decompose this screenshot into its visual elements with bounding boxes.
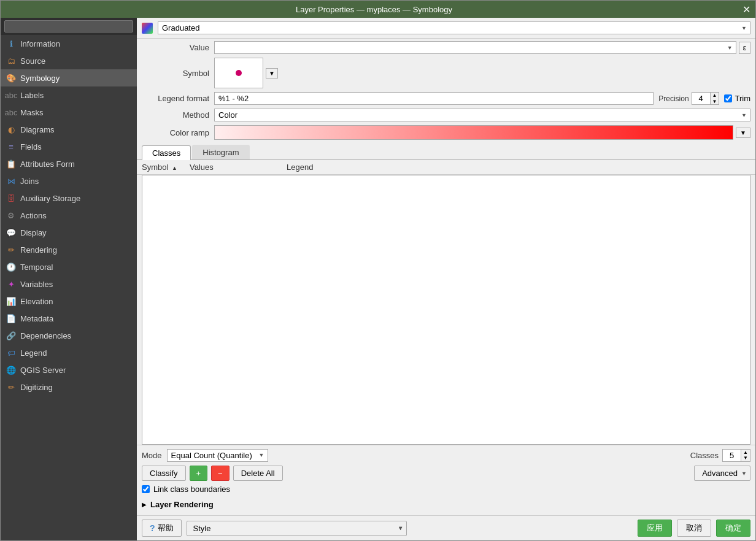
value-select[interactable]	[214, 41, 736, 54]
delete-all-button[interactable]: Delete All	[233, 466, 283, 481]
trim-checkbox[interactable]	[724, 94, 732, 102]
symbol-col-label: Symbol	[142, 163, 168, 172]
classes-count-label: Classes	[690, 451, 719, 460]
style-select[interactable]: Style	[187, 521, 407, 536]
style-select-wrapper[interactable]: Style ▼	[187, 521, 407, 536]
help-label: 帮助	[158, 523, 174, 534]
legend-icon: 🏷	[6, 347, 17, 358]
sidebar-item-labels[interactable]: abcLabels	[1, 86, 137, 104]
color-ramp-row: Color ramp ▼	[142, 125, 750, 140]
advanced-button[interactable]: Advanced	[694, 466, 750, 481]
renderer-select-wrapper[interactable]: Single SymbolCategorizedGraduatedRule-ba…	[158, 21, 750, 34]
sidebar-item-elevation[interactable]: 📊Elevation	[1, 293, 137, 310]
sidebar-items-list: ℹInformation🗂Source🎨SymbologyabcLabelsab…	[1, 35, 137, 396]
display-icon: 💬	[6, 227, 17, 238]
method-select-wrapper[interactable]: ColorSizeColor and Size	[214, 109, 750, 121]
sidebar-label-qgis-server: QGIS Server	[20, 366, 66, 375]
sidebar-label-joins: Joins	[20, 177, 39, 186]
sidebar-item-variables[interactable]: ✦Variables	[1, 275, 137, 293]
sidebar-item-legend[interactable]: 🏷Legend	[1, 344, 137, 361]
close-button[interactable]: ✕	[742, 4, 750, 15]
legend-format-row: Legend format Precision 4 ▲ ▼	[142, 92, 750, 105]
remove-class-button[interactable]: −	[211, 466, 230, 481]
mode-select-wrapper[interactable]: Equal Count (Quantile)Equal IntervalNatu…	[167, 449, 268, 462]
sidebar-item-temporal[interactable]: 🕐Temporal	[1, 258, 137, 275]
renderer-select[interactable]: Single SymbolCategorizedGraduatedRule-ba…	[158, 21, 750, 34]
sidebar-item-actions[interactable]: ⚙Actions	[1, 207, 137, 224]
trim-wrapper: Trim	[724, 94, 750, 103]
sidebar-item-attributes-form[interactable]: 📋Attributes Form	[1, 155, 137, 172]
information-icon: ℹ	[6, 38, 17, 49]
link-class-checkbox[interactable]	[142, 485, 150, 493]
sidebar-label-symbology: Symbology	[20, 74, 60, 83]
sidebar-label-display: Display	[20, 228, 47, 237]
advanced-wrapper: Advanced	[694, 466, 750, 481]
joins-icon: ⋈	[6, 175, 17, 186]
sidebar-item-joins[interactable]: ⋈Joins	[1, 172, 137, 190]
color-ramp-bar[interactable]	[214, 125, 733, 140]
tab-histogram[interactable]: Histogram	[192, 145, 249, 159]
classes-down-btn[interactable]: ▼	[741, 455, 750, 461]
value-input-wrapper: ε	[214, 41, 750, 54]
sidebar-item-qgis-server[interactable]: 🌐QGIS Server	[1, 361, 137, 378]
sidebar-item-display[interactable]: 💬Display	[1, 224, 137, 241]
sidebar-search-container	[1, 18, 137, 35]
labels-icon: abc	[6, 90, 17, 101]
sidebar-item-information[interactable]: ℹInformation	[1, 35, 137, 52]
symbol-dropdown-btn[interactable]: ▼	[266, 68, 278, 79]
elevation-icon: 📊	[6, 296, 17, 307]
method-select[interactable]: ColorSizeColor and Size	[214, 109, 750, 121]
symbol-dot	[236, 70, 242, 76]
actions-icon: ⚙	[6, 210, 17, 221]
sidebar-item-metadata[interactable]: 📄Metadata	[1, 310, 137, 327]
mode-select[interactable]: Equal Count (Quantile)Equal IntervalNatu…	[167, 449, 268, 462]
precision-down-btn[interactable]: ▼	[711, 99, 719, 105]
ok-button[interactable]: 确定	[716, 520, 750, 537]
dependencies-icon: 🔗	[6, 330, 17, 341]
sidebar-label-temporal: Temporal	[20, 263, 53, 272]
sidebar-item-rendering[interactable]: ✏Rendering	[1, 241, 137, 258]
help-button[interactable]: ? 帮助	[142, 520, 182, 537]
titlebar: Layer Properties — myplaces — Symbology …	[1, 1, 755, 18]
classify-button[interactable]: Classify	[142, 466, 186, 481]
auxiliary-storage-icon: 🗄	[6, 193, 17, 204]
sidebar-item-fields[interactable]: ≡Fields	[1, 138, 137, 155]
bottom-bar: Mode Equal Count (Quantile)Equal Interva…	[137, 445, 755, 515]
sidebar-item-dependencies[interactable]: 🔗Dependencies	[1, 327, 137, 344]
precision-label: Precision	[658, 94, 688, 103]
sidebar: ℹInformation🗂Source🎨SymbologyabcLabelsab…	[1, 18, 137, 540]
qgis-server-icon: 🌐	[6, 364, 17, 375]
cancel-button[interactable]: 取消	[677, 520, 711, 537]
sidebar-item-symbology[interactable]: 🎨Symbology	[1, 69, 137, 86]
help-icon: ?	[150, 523, 155, 533]
tab-classes[interactable]: Classes	[142, 145, 191, 160]
sidebar-label-source: Source	[20, 56, 45, 66]
sidebar-item-auxiliary-storage[interactable]: 🗄Auxiliary Storage	[1, 190, 137, 207]
precision-up-btn[interactable]: ▲	[711, 93, 719, 99]
temporal-icon: 🕐	[6, 261, 17, 272]
layer-rendering-row[interactable]: ▶ Layer Rendering	[142, 497, 750, 512]
link-class-row: Link class boundaries	[142, 485, 750, 494]
color-ramp-dropdown-btn[interactable]: ▼	[736, 128, 750, 138]
renderer-row: Single SymbolCategorizedGraduatedRule-ba…	[137, 18, 755, 39]
sidebar-label-rendering: Rendering	[20, 245, 57, 255]
apply-button[interactable]: 应用	[638, 520, 672, 537]
sidebar-item-diagrams[interactable]: ◐Diagrams	[1, 121, 137, 138]
symbol-preview[interactable]	[214, 58, 263, 88]
sidebar-label-legend: Legend	[20, 348, 47, 358]
legend-format-input[interactable]	[214, 92, 654, 105]
value-select-wrapper[interactable]	[214, 41, 736, 54]
value-expression-btn[interactable]: ε	[739, 42, 750, 54]
sidebar-item-masks[interactable]: abcMasks	[1, 104, 137, 121]
sidebar-item-source[interactable]: 🗂Source	[1, 52, 137, 69]
sidebar-label-attributes-form: Attributes Form	[20, 159, 75, 169]
source-icon: 🗂	[6, 55, 17, 66]
add-class-button[interactable]: +	[190, 466, 208, 481]
digitizing-icon: ✏	[6, 382, 17, 393]
precision-value: 4	[692, 93, 711, 104]
classes-count-value: 5	[723, 450, 741, 461]
classes-up-btn[interactable]: ▲	[741, 450, 750, 456]
form-section: Value ε Symbol	[137, 39, 755, 142]
search-input[interactable]	[4, 20, 133, 33]
sidebar-item-digitizing[interactable]: ✏Digitizing	[1, 378, 137, 396]
